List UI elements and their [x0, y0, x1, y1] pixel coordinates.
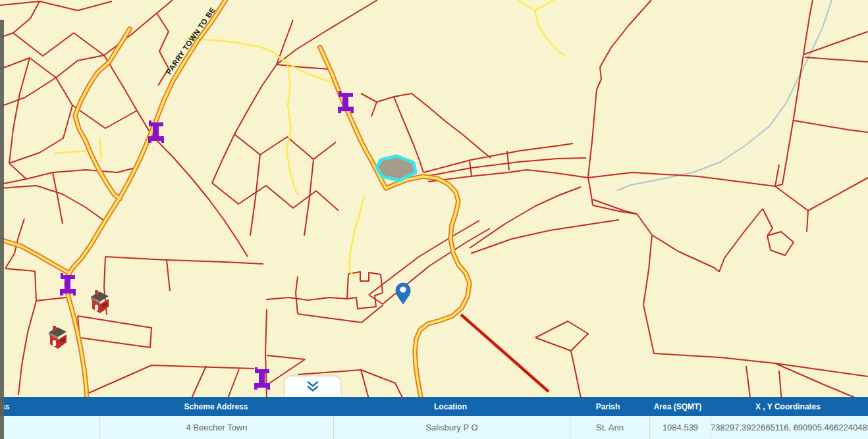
collapse-results-button[interactable] — [285, 376, 340, 397]
cell-scheme-address: 4 Beecher Town — [100, 416, 334, 439]
map-viewer: PARRY TOWN TO BE ss Scheme Address Locat… — [0, 0, 868, 439]
map-background — [0, 0, 868, 439]
column-header-xy-coordinates: X , Y Coordinates — [708, 402, 868, 411]
column-header-scheme-address: Scheme Address — [99, 402, 333, 411]
map-canvas[interactable]: PARRY TOWN TO BE — [0, 0, 868, 439]
map-edge-strip — [0, 20, 4, 439]
column-header-clipped: ss — [0, 402, 99, 411]
cell-location: Salisbury P O — [334, 416, 570, 439]
column-header-area-sqmt: Area (SQMT) — [647, 402, 708, 411]
double-chevron-down-icon — [305, 380, 321, 393]
selected-parcel-highlight[interactable] — [377, 156, 416, 180]
results-table: ss Scheme Address Location Parish Area (… — [0, 397, 868, 439]
cell-xy-coordinates: 738297.3922665116, 690905.4662240485 — [711, 416, 868, 439]
cell-area-sqmt: 1084.539 — [650, 416, 711, 439]
results-header-row: ss Scheme Address Location Parish Area (… — [0, 397, 868, 416]
column-header-location: Location — [333, 402, 568, 411]
cell-blank — [0, 416, 100, 439]
column-header-parish: Parish — [568, 402, 647, 411]
table-row[interactable]: 4 Beecher Town Salisbury P O St. Ann 108… — [0, 416, 868, 439]
cell-parish: St. Ann — [570, 416, 650, 439]
